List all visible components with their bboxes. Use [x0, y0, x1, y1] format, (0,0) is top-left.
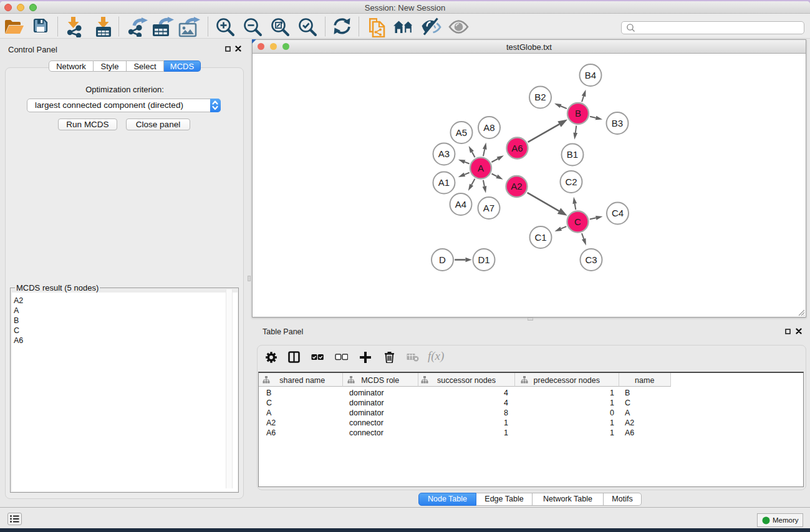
svg-text:D1: D1 [478, 254, 489, 265]
svg-text:A2: A2 [511, 181, 522, 191]
svg-text:B4: B4 [585, 70, 596, 80]
svg-text:B: B [575, 108, 581, 118]
svg-text:C2: C2 [565, 177, 577, 187]
svg-text:C4: C4 [612, 208, 624, 218]
svg-text:B1: B1 [567, 149, 578, 160]
svg-text:A1: A1 [438, 177, 450, 188]
svg-text:B3: B3 [612, 118, 623, 128]
svg-text:C1: C1 [534, 232, 546, 243]
svg-text:A7: A7 [483, 203, 494, 213]
svg-text:A6: A6 [511, 143, 523, 153]
svg-text:C3: C3 [585, 254, 597, 265]
svg-text:B2: B2 [534, 92, 546, 102]
svg-text:A3: A3 [438, 148, 450, 159]
svg-text:C: C [574, 216, 581, 227]
svg-text:A4: A4 [455, 199, 466, 210]
svg-text:A8: A8 [483, 122, 494, 133]
svg-text:A5: A5 [456, 127, 467, 138]
svg-text:A: A [478, 163, 484, 173]
svg-text:D: D [439, 254, 446, 265]
